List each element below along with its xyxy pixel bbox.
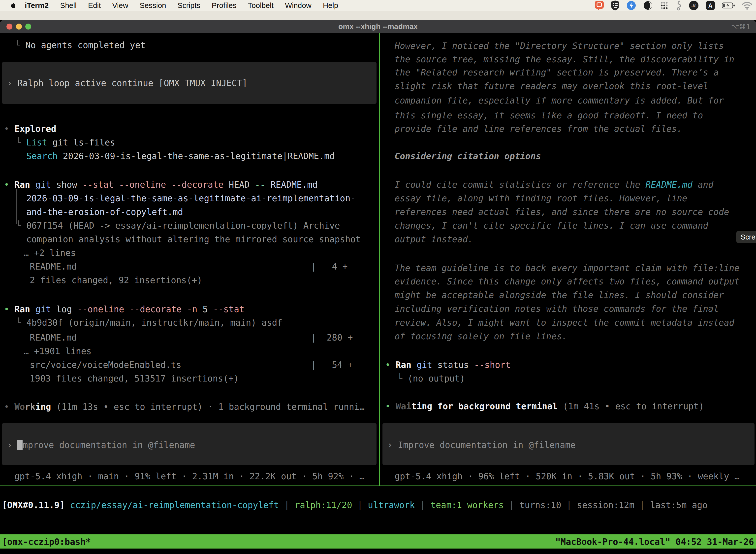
terminal-text-segment: last:5m ago (650, 500, 708, 510)
terminal-text-segment: this single essay, it seems like a good … (395, 110, 703, 120)
terminal-text-segment: mprove documentation in @filename (22, 440, 195, 450)
terminal-text-segment: I (17, 440, 22, 450)
terminal-text-segment: team:1 workers (431, 500, 504, 510)
terminal-text-segment: Search (26, 151, 58, 161)
terminal-text-segment: ralph:11/20 (295, 500, 352, 510)
terminal-line: • Ran git status --short (385, 358, 511, 372)
terminal-text-segment (30, 304, 35, 314)
terminal-text-segment: slight risk that future readers may over… (395, 81, 708, 91)
terminal-line: slight risk that future readers may over… (395, 79, 708, 93)
terminal-line: and-the-erosion-of-copyleft.md (26, 205, 183, 219)
terminal-line: the source tree, missing the essay. Stil… (395, 53, 735, 66)
terminal-line: I could cite commit statistics or refere… (395, 178, 713, 191)
terminal-text-segment: 067f154 (HEAD -> essay/ai-reimplementati… (26, 221, 340, 231)
terminal-line: • Ran git log --oneline --decorate -n 5 … (4, 302, 244, 316)
terminal-text-segment: provide file and line references from th… (395, 124, 682, 134)
terminal-line: the "Related research writing" section i… (395, 66, 718, 79)
terminal-text-segment: • (385, 360, 396, 370)
terminal-text-segment: git (35, 304, 51, 314)
terminal-text-segment: • (4, 402, 14, 412)
terminal-line: provide file and line references from th… (395, 122, 682, 136)
terminal-text-segment: • (4, 180, 14, 189)
terminal-line: src/voice/voiceModeEnabled.ts (30, 358, 181, 372)
terminal-text-segment: └ (397, 374, 407, 384)
terminal-text-segment: git (417, 360, 432, 370)
terminal-text-segment: ing (35, 402, 51, 412)
terminal-text-segment: including verification notes with those … (395, 304, 718, 314)
terminal-line: › Ralph loop active continue [OMX_TMUX_I… (7, 76, 247, 90)
terminal-text-segment: └ (16, 137, 26, 148)
terminal-line: 1903 files changed, 513517 insertions(+) (30, 372, 239, 385)
screen-share-badge-label: Scre (741, 233, 756, 241)
terminal-text-segment: Ran (14, 304, 30, 314)
terminal-line: companion analysis without altering the … (26, 233, 361, 246)
terminal-line: └ No agents completed yet (15, 39, 145, 52)
terminal-line: However, I noticed the "Directory Struct… (395, 39, 724, 53)
terminal-text-segment: … +2 lines (23, 248, 76, 258)
terminal-line: | 54 + (311, 358, 353, 372)
terminal-text-segment: However, I noticed the "Directory Struct… (395, 41, 724, 51)
terminal-line: └ (no output) (397, 372, 465, 385)
terminal-line: changes, I can't cite specific file line… (395, 219, 708, 233)
terminal-text-segment: | (415, 500, 431, 510)
terminal-text-segment: and-the-erosion-of-copyleft.md (26, 207, 183, 217)
terminal-line: › Improve documentation in @filename (387, 438, 576, 452)
terminal-text-segment: › (7, 78, 17, 88)
terminal-text-segment: review. Also, I might want to inspect th… (395, 318, 735, 328)
terminal-text-segment: and (693, 180, 713, 189)
terminal-text-segment: | 280 + (311, 333, 353, 342)
terminal-line: 2 files changed, 92 insertions(+) (30, 274, 202, 287)
terminal-text-segment: • (385, 401, 396, 411)
terminal-line: of focusing solely on file lines. (395, 330, 567, 343)
terminal-text-segment: companion file, especially if more comme… (395, 96, 724, 106)
terminal-text-segment: └ (15, 40, 25, 50)
terminal-text-segment: Ran (396, 360, 411, 370)
terminal-line: • Explored (4, 122, 56, 136)
terminal-text-segment: --oneline --decorate -n (77, 304, 197, 314)
terminal-text-segment: ultrawork (368, 500, 415, 510)
terminal-text-segment: 2 files changed, 92 insertions(+) (30, 275, 202, 285)
terminal-text-segment: the "Related research writing" section i… (395, 67, 718, 77)
terminal-text-segment: | (561, 500, 577, 510)
terminal-text-segment: of focusing solely on file lines. (395, 331, 567, 341)
terminal-text-segment: 2026-03-09-is-legal-the-same-as-legitima… (26, 193, 356, 203)
screen-share-badge[interactable]: Scre (736, 231, 756, 243)
terminal-text-segment: I could cite commit statistics or refere… (395, 180, 645, 189)
terminal-text-segment: the source tree, missing the essay. Stil… (395, 54, 735, 64)
terminal-line: Search 2026-03-09-is-legal-the-same-as-l… (26, 150, 334, 163)
terminal-text-segment: The team guideline is to back every impo… (395, 263, 740, 273)
terminal-line: The team guideline is to back every impo… (395, 261, 740, 275)
terminal-text-segment: › (7, 440, 17, 450)
terminal-text-segment: [OMX#0.11.9] (2, 500, 70, 510)
terminal-text-segment: (11m 13s • esc to interrupt) · 1 backgro… (51, 402, 365, 412)
terminal-text-segment: might be acceptable alongside the file l… (395, 290, 724, 300)
terminal-line: • Waiting for background terminal (1m 41… (385, 400, 704, 413)
terminal-text-segment: List (26, 137, 47, 148)
terminal-text-segment: › Improve documentation in @filename (387, 440, 576, 450)
terminal-text-segment: └ (16, 221, 26, 231)
terminal-line: README.md (30, 331, 77, 344)
terminal-text-segment: essay file, along with finding root file… (395, 193, 687, 203)
terminal-text-segment: | 4 + (311, 262, 348, 272)
terminal-text-segment: Explored (14, 124, 56, 134)
terminal-text-segment: Wo (14, 402, 25, 412)
terminal-line: gpt-5.4 xhigh · main · 91% left · 2.31M … (14, 469, 365, 483)
terminal-line: "MacBook-Pro-44.local" 04:52 31-Mar-26 (555, 535, 754, 549)
terminal-text-segment: --stat (213, 304, 244, 314)
terminal-text-segment: --stat --oneline --decorate (82, 180, 224, 189)
terminal-text-segment: | (279, 500, 295, 510)
terminal-text-segment: Ran (14, 180, 30, 189)
terminal-line: this single essay, it seems like a good … (395, 109, 703, 122)
terminal-text-segment: status (432, 360, 474, 370)
terminal-line: Considering citation options (395, 150, 541, 163)
terminal-text-segment: -- (255, 180, 265, 189)
terminal-text-segment: └ (16, 318, 26, 328)
terminal-text-segment: README.md (265, 180, 318, 189)
terminal-text-segment: show (51, 180, 82, 189)
terminal-text-segment: Wai (396, 401, 411, 411)
terminal-text-segment: output instead. (395, 234, 473, 244)
terminal-text-segment: changes, I can't cite specific file line… (395, 221, 708, 231)
terminal-text-segment: No agents completed yet (25, 40, 145, 50)
terminal-text-segment: | (504, 500, 519, 510)
terminal-text-segment: | (352, 500, 368, 510)
